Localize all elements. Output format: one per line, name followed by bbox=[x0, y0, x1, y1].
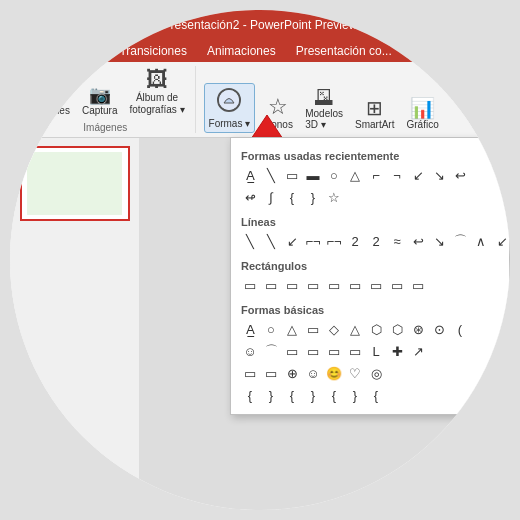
basic-32[interactable]: { bbox=[325, 386, 343, 404]
rect-5[interactable]: ▭ bbox=[325, 276, 343, 294]
shape-circle[interactable]: ○ bbox=[325, 166, 343, 184]
rect-7[interactable]: ▭ bbox=[367, 276, 385, 294]
shape-notch-r[interactable]: ⌐ bbox=[367, 166, 385, 184]
basic-25[interactable]: 😊 bbox=[325, 364, 343, 382]
shape-text-a[interactable]: A̲ bbox=[241, 166, 259, 184]
btn-captura[interactable]: 📷 Captura bbox=[78, 83, 122, 119]
recent-row-1: A̲ ╲ ▭ ▬ ○ △ ⌐ ¬ ↙ ↘ ↩ bbox=[231, 164, 509, 186]
basic-33[interactable]: } bbox=[346, 386, 364, 404]
line-11[interactable]: ⌒ bbox=[451, 232, 469, 250]
basic-18[interactable]: L bbox=[367, 342, 385, 360]
basic-row-2: ☺ ⌒ ▭ ▭ ▭ ▭ L ✚ ↗ bbox=[231, 340, 509, 362]
basic-26[interactable]: ♡ bbox=[346, 364, 364, 382]
shape-arrow-dl2[interactable]: ↩ bbox=[451, 166, 469, 184]
basic-30[interactable]: { bbox=[283, 386, 301, 404]
btn-smartart[interactable]: ⊞ SmartArt bbox=[351, 95, 398, 133]
ribbon-tabs: tar Diseño Transiciones Animaciones Pres… bbox=[10, 40, 510, 62]
basic-22[interactable]: ▭ bbox=[262, 364, 280, 382]
shape-line-diag[interactable]: ╲ bbox=[262, 166, 280, 184]
btn-iconos[interactable]: ☆ Iconos bbox=[259, 93, 297, 133]
btn-formas[interactable]: Formas ▾ bbox=[204, 83, 256, 133]
basic-20[interactable]: ↗ bbox=[409, 342, 427, 360]
shape-rect-2[interactable]: ▬ bbox=[304, 166, 322, 184]
section-title-recent: Formas usadas recientemente bbox=[231, 146, 509, 164]
rect-4[interactable]: ▭ bbox=[304, 276, 322, 294]
basic-3[interactable]: △ bbox=[283, 320, 301, 338]
basic-8[interactable]: ⬡ bbox=[388, 320, 406, 338]
line-5[interactable]: ⌐¬ bbox=[325, 232, 343, 250]
line-4[interactable]: ⌐¬ bbox=[304, 232, 322, 250]
basic-31[interactable]: } bbox=[304, 386, 322, 404]
basic-17[interactable]: ▭ bbox=[346, 342, 364, 360]
rect-2[interactable]: ▭ bbox=[262, 276, 280, 294]
slide-content bbox=[27, 152, 122, 216]
btn-grafico[interactable]: 📊 Gráfico bbox=[402, 95, 442, 133]
basic-19[interactable]: ✚ bbox=[388, 342, 406, 360]
ribbon-toolbar: 🖼 Imágenes 📷 Captura 🖼 Álbum defotografí… bbox=[10, 62, 510, 138]
shape-arrow-dr[interactable]: ↘ bbox=[430, 166, 448, 184]
basic-6[interactable]: △ bbox=[346, 320, 364, 338]
tab-diseno[interactable]: Diseño bbox=[52, 40, 109, 62]
slide-thumbnail[interactable] bbox=[20, 146, 130, 221]
basic-5[interactable]: ◇ bbox=[325, 320, 343, 338]
shape-triangle[interactable]: △ bbox=[346, 166, 364, 184]
basic-29[interactable]: } bbox=[262, 386, 280, 404]
basic-12[interactable]: ☺ bbox=[241, 342, 259, 360]
basic-24[interactable]: ☺ bbox=[304, 364, 322, 382]
basic-16[interactable]: ▭ bbox=[325, 342, 343, 360]
basic-11[interactable]: ( bbox=[451, 320, 469, 338]
section-title-rects: Rectángulos bbox=[231, 256, 509, 274]
shape-curve[interactable]: ↫ bbox=[241, 188, 259, 206]
basic-10[interactable]: ⊙ bbox=[430, 320, 448, 338]
basic-2[interactable]: ○ bbox=[262, 320, 280, 338]
rect-3[interactable]: ▭ bbox=[283, 276, 301, 294]
tab-transiciones[interactable]: Transiciones bbox=[109, 40, 197, 62]
basic-14[interactable]: ▭ bbox=[283, 342, 301, 360]
line-9[interactable]: ↩ bbox=[409, 232, 427, 250]
rect-9[interactable]: ▭ bbox=[409, 276, 427, 294]
line-7[interactable]: 2 bbox=[367, 232, 385, 250]
rects-row-1: ▭ ▭ ▭ ▭ ▭ ▭ ▭ ▭ ▭ bbox=[231, 274, 509, 296]
tab-tar[interactable]: tar bbox=[18, 40, 52, 62]
smartart-icon: ⊞ bbox=[366, 98, 383, 118]
line-10[interactable]: ↘ bbox=[430, 232, 448, 250]
basic-27[interactable]: ◎ bbox=[367, 364, 385, 382]
line-8[interactable]: ≈ bbox=[388, 232, 406, 250]
line-1[interactable]: ╲ bbox=[241, 232, 259, 250]
basic-row-4: { } { } { } { bbox=[231, 384, 509, 406]
basic-13[interactable]: ⌒ bbox=[262, 342, 280, 360]
basic-row-3: ▭ ▭ ⊕ ☺ 😊 ♡ ◎ bbox=[231, 362, 509, 384]
modelos3d-icon: 🗳 bbox=[314, 87, 334, 107]
shape-brace-l[interactable]: { bbox=[283, 188, 301, 206]
line-6[interactable]: 2 bbox=[346, 232, 364, 250]
shape-arrow-dl[interactable]: ↙ bbox=[409, 166, 427, 184]
basic-23[interactable]: ⊕ bbox=[283, 364, 301, 382]
basic-4[interactable]: ▭ bbox=[304, 320, 322, 338]
shape-star[interactable]: ☆ bbox=[325, 188, 343, 206]
shape-brace-r[interactable]: } bbox=[304, 188, 322, 206]
line-3[interactable]: ↙ bbox=[283, 232, 301, 250]
title-bar: Presentación2 - PowerPoint Preview bbox=[10, 10, 510, 40]
line-12[interactable]: ∧ bbox=[472, 232, 490, 250]
basic-7[interactable]: ⬡ bbox=[367, 320, 385, 338]
rect-8[interactable]: ▭ bbox=[388, 276, 406, 294]
rect-1[interactable]: ▭ bbox=[241, 276, 259, 294]
tab-animaciones[interactable]: Animaciones bbox=[197, 40, 286, 62]
basic-21[interactable]: ▭ bbox=[241, 364, 259, 382]
basic-28[interactable]: { bbox=[241, 386, 259, 404]
line-13[interactable]: ↙ bbox=[493, 232, 510, 250]
basic-1[interactable]: A̲ bbox=[241, 320, 259, 338]
basic-9[interactable]: ⊛ bbox=[409, 320, 427, 338]
shape-arc[interactable]: ∫ bbox=[262, 188, 280, 206]
tab-presentacion[interactable]: Presentación co... bbox=[286, 40, 402, 62]
basic-15[interactable]: ▭ bbox=[304, 342, 322, 360]
btn-imagenes[interactable]: 🖼 Imágenes bbox=[22, 79, 74, 119]
iconos-icon: ☆ bbox=[268, 96, 288, 118]
btn-modelos3d[interactable]: 🗳 Modelos3D ▾ bbox=[301, 84, 347, 133]
btn-album[interactable]: 🖼 Álbum defotografías ▾ bbox=[126, 66, 189, 119]
shape-notch-l[interactable]: ¬ bbox=[388, 166, 406, 184]
line-2[interactable]: ╲ bbox=[262, 232, 280, 250]
basic-34[interactable]: { bbox=[367, 386, 385, 404]
rect-6[interactable]: ▭ bbox=[346, 276, 364, 294]
shape-rect-1[interactable]: ▭ bbox=[283, 166, 301, 184]
